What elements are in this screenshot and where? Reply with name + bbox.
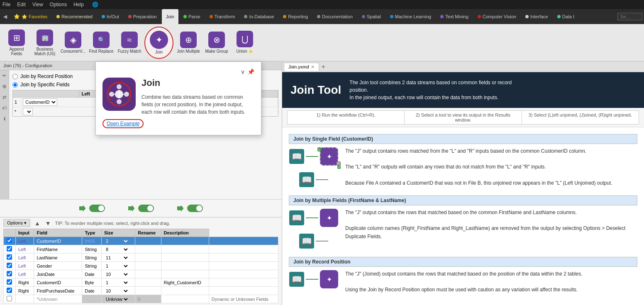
table-row-checkbox-1[interactable] [4, 245, 16, 254]
make-group-button[interactable]: ⊗ Make Group [203, 26, 230, 59]
size-select-4[interactable]: 10 [104, 271, 129, 277]
size-select-7[interactable]: Unknown [104, 296, 129, 302]
size-select-0[interactable]: 2 [104, 238, 129, 244]
popup-pin-btn[interactable]: 📌 [247, 68, 254, 75]
reporting-dot [283, 15, 286, 18]
side-icon-arrows[interactable]: ⇄ [1, 93, 8, 101]
checkbox-4[interactable] [7, 271, 12, 276]
col-header-field[interactable]: Field [34, 229, 82, 237]
tab-preparation[interactable]: Preparation [124, 9, 161, 24]
table-row-size-7[interactable]: Unknown [101, 295, 135, 303]
side-icon-grid[interactable]: ⊞ [1, 83, 8, 90]
tab-interface[interactable]: Interface [521, 9, 552, 24]
green-arrow-1 [79, 205, 86, 212]
menu-options[interactable]: Options [50, 2, 67, 7]
col-header-input[interactable]: Input [15, 229, 34, 237]
business-match-button[interactable]: 🏢 BusinessMatch (US) [32, 26, 58, 59]
tab-textmining[interactable]: Text Mining [436, 9, 473, 24]
radio-record-position[interactable] [12, 74, 18, 79]
tab-spatial[interactable]: Spatial [358, 9, 385, 24]
tab-indatabase[interactable]: In-Database [240, 9, 278, 24]
col-header-desc[interactable]: Description [161, 229, 209, 237]
tab-recommended[interactable]: Recommended [52, 9, 97, 24]
menu-view[interactable]: View [32, 2, 43, 7]
file-tab-close[interactable]: ✕ [311, 64, 315, 70]
checkbox-5[interactable] [7, 279, 12, 285]
menu-file[interactable]: File [2, 2, 10, 7]
menu-help[interactable]: Help [73, 2, 84, 7]
checkbox-7[interactable] [7, 296, 12, 301]
side-icon-pencil[interactable]: ✏ [1, 72, 8, 79]
make-group-label: Make Group [205, 49, 228, 54]
find-replace-button[interactable]: 🔍 Find Replace [88, 26, 115, 59]
tab-datai[interactable]: Data I [553, 9, 578, 24]
table-row-size-2[interactable]: 11 [101, 254, 135, 262]
table-row-size-1[interactable]: 8 [101, 245, 135, 254]
tab-cv[interactable]: Computer Vision [473, 9, 520, 24]
size-select-5[interactable]: 1 [104, 280, 129, 285]
table-row-checkbox-4[interactable] [4, 270, 16, 278]
tab-ml[interactable]: Machine Learning [386, 9, 435, 24]
table-row-size-6[interactable]: 10 [101, 287, 135, 295]
size-select-2[interactable]: 11 [104, 255, 129, 261]
consumerv-button[interactable]: ◈ ConsumerV... [60, 26, 86, 59]
options-tip: TIP: To reorder multiple rows: select, r… [55, 221, 170, 226]
checkbox-6[interactable] [7, 288, 12, 293]
size-select-6[interactable]: 10 [104, 288, 129, 294]
radio-specific-fields[interactable] [12, 82, 18, 88]
col-header-size[interactable]: Size [101, 229, 135, 237]
checkbox-1[interactable] [7, 246, 12, 251]
append-fields-button[interactable]: ⊞ AppendFields [3, 26, 30, 59]
move-down-button[interactable]: ▼ [44, 220, 52, 227]
tab-reporting[interactable]: Reporting [279, 9, 312, 24]
tab-join[interactable]: Join [162, 9, 178, 24]
table-row-checkbox-2[interactable] [4, 254, 16, 262]
checkbox-2[interactable] [7, 254, 12, 260]
checkbox-0[interactable] [7, 238, 12, 243]
table-row-size-5[interactable]: 1 [101, 278, 135, 287]
table-row-desc-1 [209, 245, 278, 254]
rowstar-left-select[interactable] [23, 108, 33, 115]
tab-documentation[interactable]: Documentation [313, 9, 357, 24]
size-select-1[interactable]: 8 [104, 246, 129, 252]
move-up-button[interactable]: ▲ [34, 220, 41, 227]
union-button[interactable]: ⋃ Union ★ [232, 26, 258, 59]
file-tab-join[interactable]: Join.yxmd ✕ [284, 63, 319, 71]
fuzzy-match-button[interactable]: ≈ Fuzzy Match [116, 26, 143, 59]
tab-inout[interactable]: In/Out [98, 9, 123, 24]
toggle-1-oval[interactable] [89, 205, 105, 212]
table-row-size-4[interactable]: 10 [101, 270, 135, 278]
table-row-desc-3 [209, 262, 278, 270]
table-row-checkbox-0[interactable] [4, 237, 16, 245]
side-icon-info[interactable]: ℹ [1, 115, 8, 122]
table-row-checkbox-6[interactable] [4, 287, 16, 295]
menu-edit[interactable]: Edit [17, 2, 26, 7]
col-header-rename[interactable]: Rename [135, 229, 161, 237]
table-row-checkbox-7[interactable] [4, 295, 16, 303]
side-icon-tag[interactable]: 🏷 [1, 104, 8, 112]
join-button[interactable]: ✦ Join [144, 27, 173, 59]
ribbon-nav-left[interactable]: ◀ [2, 14, 9, 20]
tab-favorites[interactable]: ⭐ ⭐ Favorites [10, 9, 51, 24]
row1-left-select[interactable]: CustomerID [23, 98, 57, 106]
table-row-checkbox-5[interactable] [4, 278, 16, 287]
table-row-type-4: Date [82, 270, 102, 278]
tab-parse[interactable]: Parse [179, 9, 205, 24]
join-multiple-icon: ⊕ [180, 32, 197, 48]
search-input[interactable] [617, 13, 642, 20]
popup-collapse-btn[interactable]: ∨ [241, 68, 245, 75]
tab-add-button[interactable]: + [320, 63, 327, 71]
join-multiple-button[interactable]: ⊕ Join Multiple [175, 26, 202, 59]
table-row-checkbox-3[interactable] [4, 262, 16, 270]
toggle-2-oval[interactable] [138, 205, 154, 212]
checkbox-3[interactable] [7, 263, 12, 268]
table-row-size-3[interactable]: 1 [101, 262, 135, 270]
options-button[interactable]: Options ▾ [3, 219, 30, 227]
col-header-type[interactable]: Type [82, 229, 102, 237]
tab-transform[interactable]: Transform [205, 9, 239, 24]
size-select-3[interactable]: 1 [104, 263, 129, 269]
open-example-link[interactable]: Open Example [102, 119, 144, 128]
table-row-size-0[interactable]: 2 [101, 237, 135, 245]
table-row-desc-7: Dynamic or Unknown Fields [209, 295, 278, 303]
toggle-3-oval[interactable] [187, 205, 203, 212]
